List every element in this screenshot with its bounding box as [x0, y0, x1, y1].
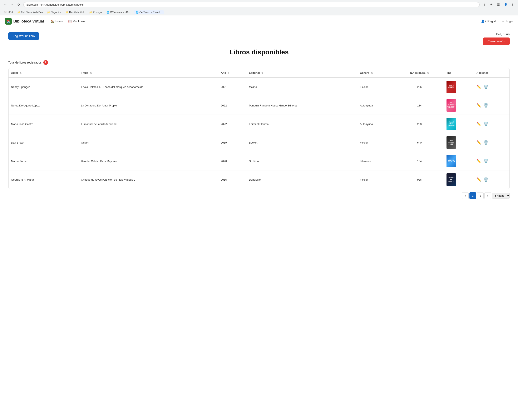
forward-button[interactable]: → — [9, 2, 15, 8]
delete-button-0[interactable]: 🗑️ — [484, 85, 488, 89]
nav-right: 👤+ Registro → Login — [481, 20, 513, 23]
bookmark-negocios[interactable]: 📁 Negocios — [46, 10, 63, 14]
menu-button[interactable]: ⋮ — [510, 2, 516, 8]
book-cover-0: ENOLA HOLMES — [447, 81, 456, 93]
actions-3: ✏️ 🗑️ — [477, 140, 507, 145]
cell-paginas-3: 640 — [395, 133, 444, 152]
actions-0: ✏️ 🗑️ — [477, 85, 507, 89]
app: 📚 Biblioteca Virtual 🏠 Home 📖 Ver libros… — [0, 15, 518, 420]
edit-button-2[interactable]: ✏️ — [477, 122, 481, 126]
delete-button-1[interactable]: 🗑️ — [484, 103, 488, 108]
actions-5: ✏️ 🗑️ — [477, 177, 507, 182]
brand-logo[interactable]: 📚 Biblioteca Virtual — [5, 18, 44, 25]
th-editorial: Editorial ⇅ — [246, 68, 357, 77]
th-genero: Género ⇅ — [358, 68, 395, 77]
bookmark-certeach-label: CerTeach – Enseñ... — [139, 11, 162, 14]
extensions-button[interactable]: ☰ — [495, 2, 501, 8]
th-editorial-label: Editorial — [249, 71, 260, 74]
cell-genero-5: Ficción — [358, 170, 395, 189]
pagination-page-2[interactable]: 2 — [477, 192, 484, 199]
bookmark-revalida-label: Reválida título — [69, 11, 85, 14]
nav-login-label: Login — [506, 20, 513, 23]
pagination-page-1[interactable]: 1 — [469, 192, 476, 199]
th-titulo-label: Título — [81, 71, 88, 74]
sort-autor-icon[interactable]: ⇅ — [20, 72, 22, 74]
back-button[interactable]: ← — [2, 2, 8, 8]
total-label: Total de libros registrados — [8, 61, 42, 64]
cell-editorial-1: Penguin Random House Grupo Editorial — [246, 96, 357, 115]
bookmark-usa[interactable]: 🏳️ USA — [2, 10, 15, 14]
bookmark-button[interactable]: ★ — [488, 2, 494, 8]
bookmark-portugal[interactable]: 📁 Portugal — [88, 10, 104, 14]
cover-text-0: ENOLA HOLMES — [447, 85, 456, 89]
nav-home-label: Home — [55, 20, 63, 23]
nav-books-label: Ver libros — [73, 20, 85, 23]
pagination-next-button[interactable]: › — [484, 192, 491, 199]
nav-home-link[interactable]: 🏠 Home — [51, 20, 63, 23]
cover-text-3: DAN BROWN ORIGEN — [447, 139, 456, 145]
sort-editorial-icon[interactable]: ⇅ — [261, 72, 263, 74]
sort-año-icon[interactable]: ⇅ — [228, 72, 229, 74]
bookmark-fullstack[interactable]: 📁 Full Stack Web Dev — [16, 10, 45, 14]
cell-autor-1: Nerea De Ugarte López — [8, 96, 79, 115]
bookmark-portugal-label: Portugal — [93, 11, 102, 14]
bookmark-certeach[interactable]: 🌐 CerTeach – Enseñ... — [134, 10, 164, 14]
register-book-button[interactable]: Registrar un libro — [8, 32, 39, 40]
bookmark-wsupercars[interactable]: 🌐 WSupercars - Do... — [105, 10, 133, 14]
edit-button-3[interactable]: ✏️ — [477, 140, 481, 145]
browser-actions: ⬆ ★ ☰ 👤 ⋮ — [481, 2, 516, 8]
logout-button[interactable]: Cerrar sesión — [483, 38, 510, 45]
bookmark-revalida[interactable]: 📁 Reválida título — [64, 10, 87, 14]
bookmark-wsupercars-label: WSupercars - Do... — [110, 11, 131, 14]
url-bar[interactable]: biblioteca-mern.juancgalue-web.cl/admin/… — [23, 2, 480, 7]
top-bar: Registrar un libro Hola, Juan Cerrar ses… — [8, 32, 510, 45]
sort-titulo-icon[interactable]: ⇅ — [90, 72, 92, 74]
actions-1: ✏️ 🗑️ — [477, 103, 507, 108]
edit-button-1[interactable]: ✏️ — [477, 103, 481, 108]
bookmark-revalida-icon: 📁 — [65, 11, 68, 14]
book-cover-5: GEORGE R.R. MARTIN — [447, 173, 456, 186]
th-titulo: Título ⇅ — [79, 68, 219, 77]
nav-login-link[interactable]: → Login — [502, 20, 513, 23]
bookmark-portugal-icon: 📁 — [89, 11, 92, 14]
cell-autor-5: George R.R. Martin — [8, 170, 79, 189]
pagination-prev-button[interactable]: ‹ — [462, 192, 469, 199]
edit-button-4[interactable]: ✏️ — [477, 159, 481, 163]
delete-button-2[interactable]: 🗑️ — [484, 122, 488, 126]
per-page-select[interactable]: 6 / page — [492, 193, 510, 199]
page-title: Libros disponibles — [8, 48, 510, 56]
reload-button[interactable]: ⟳ — [16, 2, 22, 8]
cell-titulo-5: Choque de reyes (Canción de hielo y fueg… — [79, 170, 219, 189]
brand-icon: 📚 — [5, 18, 12, 25]
delete-button-3[interactable]: 🗑️ — [484, 140, 488, 145]
nav-books-link[interactable]: 📖 Ver libros — [68, 20, 85, 23]
th-año-label: Año — [221, 71, 226, 74]
table-header-row: Autor ⇅ Título ⇅ Año ⇅ Editorial — [8, 68, 510, 77]
total-info: Total de libros registrados 7 — [8, 60, 510, 65]
cell-autor-3: Dan Brown — [8, 133, 79, 152]
navbar: 📚 Biblioteca Virtual 🏠 Home 📖 Ver libros… — [0, 15, 518, 27]
sort-genero-icon[interactable]: ⇅ — [371, 72, 373, 74]
cell-img-2: Manual adulto funcional — [444, 115, 474, 133]
th-genero-label: Género — [360, 71, 370, 74]
delete-button-5[interactable]: 🗑️ — [484, 177, 488, 182]
cell-genero-3: Ficción — [358, 133, 395, 152]
nav-links: 🏠 Home 📖 Ver libros — [51, 20, 85, 23]
sort-paginas-icon[interactable]: ⇅ — [427, 72, 429, 74]
cell-año-4: 2020 — [218, 152, 246, 170]
bookmark-usa-icon: 🏳️ — [4, 11, 7, 14]
browser-nav-buttons: ← → ⟳ — [2, 2, 22, 8]
edit-button-5[interactable]: ✏️ — [477, 177, 481, 182]
profile-button[interactable]: 👤 — [503, 2, 508, 8]
bookmark-fullstack-icon: 📁 — [17, 11, 20, 14]
cell-editorial-3: Booket — [246, 133, 357, 152]
cell-acciones-0: ✏️ 🗑️ — [474, 77, 510, 96]
delete-button-4[interactable]: 🗑️ — [484, 159, 488, 163]
nav-registro-link[interactable]: 👤+ Registro — [481, 20, 498, 23]
share-button[interactable]: ⬆ — [481, 2, 487, 8]
edit-button-0[interactable]: ✏️ — [477, 85, 481, 89]
bookmark-fullstack-label: Full Stack Web Dev — [21, 11, 43, 14]
book-cover-3: DAN BROWN ORIGEN — [447, 136, 456, 149]
bookmarks-bar: 🏳️ USA 📁 Full Stack Web Dev 📁 Negocios 📁… — [0, 9, 518, 15]
browser-chrome: ← → ⟳ biblioteca-mern.juancgalue-web.cl/… — [0, 0, 518, 9]
